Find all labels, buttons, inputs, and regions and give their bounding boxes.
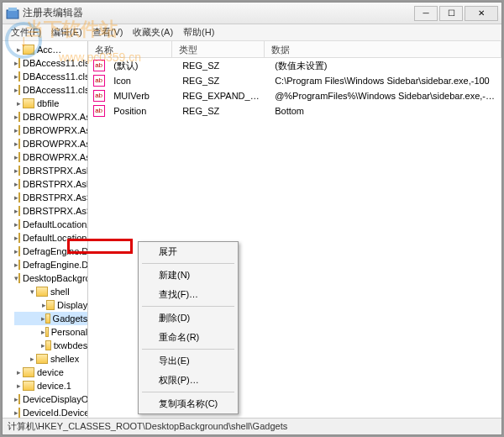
expand-icon[interactable]: ▾ bbox=[28, 287, 36, 296]
maximize-button[interactable]: ☐ bbox=[439, 6, 463, 21]
ctx-export[interactable]: 导出(E) bbox=[139, 351, 238, 371]
folder-icon bbox=[45, 313, 50, 324]
folder-icon bbox=[18, 246, 20, 256]
folder-icon bbox=[18, 71, 20, 82]
folder-icon bbox=[18, 408, 20, 418]
menu-help[interactable]: 帮助(H) bbox=[178, 24, 219, 40]
tree-item-label: device bbox=[37, 367, 64, 377]
tree-item[interactable]: ▸DefaultLocationApi bbox=[14, 218, 87, 231]
tree-item[interactable]: ▸DBRSTPRX.AsProxy.1 bbox=[14, 177, 87, 191]
expand-icon[interactable]: ▸ bbox=[14, 45, 23, 54]
tree-item-label: Gadgets bbox=[53, 313, 88, 324]
expand-icon[interactable]: ▸ bbox=[28, 355, 36, 363]
tree-item[interactable]: ▸DBRSTPRX.AsServer bbox=[14, 191, 87, 204]
tree-item-label: DBAccess11.clsDbTe bbox=[23, 71, 88, 82]
folder-icon bbox=[18, 112, 20, 122]
expand-icon[interactable]: ▸ bbox=[14, 382, 23, 390]
tree-item[interactable]: ▸dbfile bbox=[14, 97, 87, 110]
value-name: MUIVerb bbox=[107, 91, 176, 101]
tree-item[interactable]: ▸DBAccess11.clsDaoTe bbox=[14, 56, 87, 70]
col-name[interactable]: 名称 bbox=[88, 41, 172, 57]
tree-item[interactable]: ▸DBAccess11.clsDbTe bbox=[14, 70, 87, 83]
ctx-copy-key-name[interactable]: 复制项名称(C) bbox=[139, 394, 238, 413]
ctx-rename[interactable]: 重命名(R) bbox=[139, 328, 238, 347]
ctx-new[interactable]: 新建(N) bbox=[139, 266, 238, 285]
tree-item-label: DBROWPRX.AsProxy bbox=[23, 112, 88, 122]
folder-icon bbox=[18, 260, 20, 270]
value-row[interactable]: MUIVerbREG_EXPAND_SZ@%ProgramFiles%\Wind… bbox=[88, 88, 501, 103]
expand-icon[interactable]: ▸ bbox=[14, 368, 23, 376]
folder-icon bbox=[23, 98, 34, 108]
tree-item-label: DeviceId.Device bbox=[23, 408, 88, 418]
tree-item-label: DBRSTPRX.AsServer.1 bbox=[23, 206, 88, 216]
statusbar: 计算机\HKEY_CLASSES_ROOT\DesktopBackground\… bbox=[3, 418, 501, 434]
folder-icon bbox=[45, 327, 49, 337]
tree-item[interactable]: ▸DeviceId.Device bbox=[14, 406, 87, 418]
ctx-delete[interactable]: 删除(D) bbox=[139, 308, 238, 328]
tree-item[interactable]: ▾DesktopBackground bbox=[14, 271, 87, 285]
tree-item-label: Display bbox=[57, 300, 87, 310]
menu-file[interactable]: 文件(F) bbox=[6, 24, 46, 40]
value-row[interactable]: (默认)REG_SZ(数值未设置) bbox=[88, 58, 501, 73]
string-value-icon bbox=[93, 90, 105, 102]
context-menu: 展开 新建(N) 查找(F)… 删除(D) 重命名(R) 导出(E) 权限(P)… bbox=[138, 241, 239, 414]
folder-icon bbox=[18, 219, 20, 229]
tree-item[interactable]: ▸DBRSTPRX.AsServer.1 bbox=[14, 204, 87, 218]
tree-item[interactable]: ▸device.1 bbox=[14, 379, 87, 392]
ctx-find[interactable]: 查找(F)… bbox=[139, 285, 238, 304]
folder-icon bbox=[23, 367, 34, 377]
value-name: Icon bbox=[107, 76, 176, 86]
col-data[interactable]: 数据 bbox=[265, 41, 501, 57]
tree-item[interactable]: ▸Display bbox=[14, 298, 87, 312]
string-value-icon bbox=[93, 60, 105, 71]
tree-item[interactable]: ▸DeviceDisplayO bbox=[14, 392, 87, 406]
minimize-button[interactable]: ─ bbox=[414, 6, 438, 21]
value-type: REG_SZ bbox=[176, 61, 268, 71]
tree-item[interactable]: ▸DefragEngine.Defrag bbox=[14, 245, 87, 258]
value-data: C:\Program Files\Windows Sidebar\sidebar… bbox=[268, 76, 501, 86]
tree-item[interactable]: ▸DBAccess11.clsXmlFil bbox=[14, 83, 87, 97]
value-data: (数值未设置) bbox=[268, 60, 501, 72]
folder-icon bbox=[18, 192, 20, 203]
ctx-expand[interactable]: 展开 bbox=[139, 242, 238, 261]
tree-item[interactable]: ▸DBROWPRX.AsServer. bbox=[14, 150, 87, 164]
expand-icon[interactable]: ▸ bbox=[14, 99, 23, 108]
tree-item[interactable]: ▸device bbox=[14, 366, 87, 379]
ctx-permissions[interactable]: 权限(P)… bbox=[139, 371, 238, 390]
tree-item[interactable]: ▸Gadgets bbox=[14, 312, 87, 325]
tree-item[interactable]: ▸Personal bbox=[14, 325, 87, 339]
tree-item-label: DBAccess11.clsDaoTe bbox=[23, 58, 88, 68]
tree-item[interactable]: ▸txwbdes bbox=[14, 339, 87, 352]
tree-item[interactable]: ▸DBROWPRX.AsProxy.1 bbox=[14, 124, 87, 137]
folder-icon bbox=[18, 85, 20, 95]
tree-item[interactable]: ▸Acc… bbox=[14, 43, 87, 56]
folder-icon bbox=[18, 233, 20, 243]
tree-item-label: DeviceDisplayO bbox=[23, 394, 88, 404]
menu-view[interactable]: 查看(V) bbox=[87, 24, 129, 40]
tree-item[interactable]: ▸DefragEngine.Defrag bbox=[14, 258, 87, 271]
tree-item[interactable]: ▸shellex bbox=[14, 352, 87, 366]
folder-icon bbox=[18, 152, 20, 162]
value-row[interactable]: IconREG_SZC:\Program Files\Windows Sideb… bbox=[88, 73, 501, 88]
tree-item-label: Personal bbox=[51, 327, 87, 337]
tree-item[interactable]: ▾shell bbox=[14, 285, 87, 298]
value-type: REG_EXPAND_SZ bbox=[176, 91, 268, 101]
tree-pane[interactable]: ▸Acc…▸DBAccess11.clsDaoTe▸DBAccess11.cls… bbox=[3, 41, 88, 418]
col-type[interactable]: 类型 bbox=[172, 41, 265, 57]
tree-item[interactable]: ▸DefaultLocation.Api.1 bbox=[14, 231, 87, 245]
menu-edit[interactable]: 编辑(E) bbox=[46, 24, 87, 40]
close-button[interactable]: ✕ bbox=[465, 6, 498, 21]
window-title: 注册表编辑器 bbox=[23, 6, 414, 20]
tree-item-label: device.1 bbox=[37, 381, 71, 391]
folder-icon bbox=[18, 139, 20, 149]
separator bbox=[142, 349, 234, 350]
titlebar: 注册表编辑器 ─ ☐ ✕ bbox=[3, 3, 501, 24]
tree-item[interactable]: ▸DBROWPRX.AsServer bbox=[14, 137, 87, 150]
value-row[interactable]: PositionREG_SZBottom bbox=[88, 103, 501, 118]
tree-item[interactable]: ▸DBRSTPRX.AsProxy bbox=[14, 164, 87, 177]
tree-item-label: DefragEngine.Defrag bbox=[23, 246, 88, 256]
menu-favorites[interactable]: 收藏夹(A) bbox=[128, 24, 178, 40]
separator bbox=[142, 392, 234, 392]
tree-item[interactable]: ▸DBROWPRX.AsProxy bbox=[14, 110, 87, 124]
regedit-icon bbox=[6, 7, 19, 20]
